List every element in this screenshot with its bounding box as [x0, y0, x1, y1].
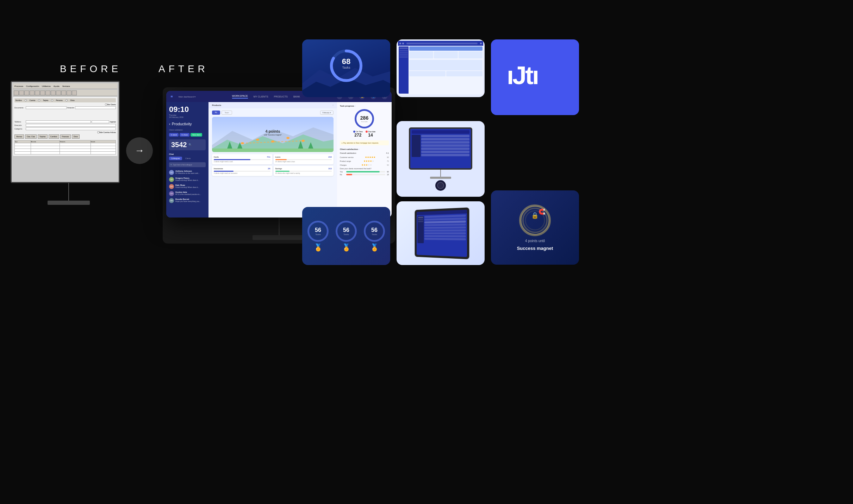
toolbar-btn-2[interactable]	[19, 90, 24, 95]
tab-clients[interactable]: Clients	[183, 157, 193, 160]
products-header: Products ↑	[208, 102, 337, 108]
card-monitor	[397, 121, 485, 197]
current-time: 09:10	[169, 106, 189, 113]
toolbar-btn-8[interactable]	[51, 90, 56, 95]
dashboard-screen: ≋ Main dashboard ▾ WORKSPACE MY CLIENTS …	[166, 91, 392, 218]
user-msg-3: Good morning! When does it...	[175, 186, 199, 188]
chat-user-4[interactable]: GH Gordon HaleHi! It is the standard pra…	[169, 191, 206, 196]
right-panel: Task progress ↑ 286 Your tasks On Time 2…	[337, 102, 392, 218]
overall-row: Overall satisfaction 4.1	[340, 152, 389, 154]
sat-num-1: 98	[387, 156, 389, 158]
chat-user-5[interactable]: RB Rosalie BarrettHope you have everythi…	[169, 198, 206, 203]
logo-text: ıJtı	[503, 59, 567, 96]
dashboard-content: 09:10 Thursday 14 February, 2019 ‹ Produ…	[166, 102, 392, 218]
stat-cards: Cards 7/11 3 clients might need a card	[212, 154, 272, 164]
stat-insurances: Insurances 2/6 4 clients might need an i…	[212, 166, 272, 176]
main-stand	[279, 218, 280, 235]
toolbar-btn-11[interactable]	[67, 90, 71, 95]
svg-text:Tasks: Tasks	[342, 66, 350, 69]
monitor-base	[48, 201, 90, 205]
prod-arrow-icon: ‹	[169, 122, 170, 126]
menu-ayuda[interactable]: Ayuda	[54, 85, 60, 87]
stat-loans: Loans 2/10 14 clients might need a loan	[274, 154, 334, 164]
sat-num-3: 54	[387, 164, 389, 166]
toolbar-btn-7[interactable]	[45, 90, 50, 95]
menu-procesos[interactable]: Procesos	[14, 85, 23, 87]
task-header: Task progress ↑	[340, 105, 389, 107]
menu-config[interactable]: Configuración	[26, 85, 39, 87]
products-map: 4 points until "Success magnet"	[212, 117, 334, 152]
chat-label: Chat	[169, 153, 206, 155]
chat-search[interactable]: 🔍 Type here to find colleague	[169, 162, 206, 167]
chat-user-1[interactable]: AJ Anthony JohnsonHi! Welcome to the tea…	[169, 170, 206, 175]
sat-row-1: Customer service ★★★★★ 98	[340, 156, 389, 159]
month-selector[interactable]: February ▾	[320, 111, 334, 115]
nav-main-dashboard: Main dashboard ▾	[179, 95, 195, 98]
due-date-num: 14	[366, 133, 375, 138]
stat-ins-text: 4 clients might need an insurance	[214, 172, 270, 174]
stat-savings: Savings 3/13 19 clients who might need a…	[274, 166, 334, 176]
chat-user-3[interactable]: DS Dale ShawGood morning! When does it..…	[169, 184, 206, 189]
svg-text:ıJtı: ıJtı	[507, 61, 538, 89]
toolbar-btn-6[interactable]	[40, 90, 45, 95]
toolbar-btn-9[interactable]	[56, 90, 61, 95]
nav-logo: ≋	[170, 95, 173, 98]
stat-sav-title: Savings	[275, 168, 282, 170]
nav-workspace[interactable]: WORKSPACE	[232, 95, 248, 99]
stats-grid: Cards 7/11 3 clients might need a card L…	[208, 152, 337, 178]
nav-products[interactable]: PRODUCTS	[274, 95, 288, 98]
btn-in-stock[interactable]: In stock	[169, 133, 179, 137]
svg-point-21	[523, 208, 547, 232]
stat-loans-title: Loans	[275, 156, 281, 158]
task-stats: On Time 272 Due date 14	[340, 131, 389, 138]
old-monitor: Procesos Configuración Utiliterios Ayuda…	[11, 81, 127, 205]
svg-text:🔒: 🔒	[531, 212, 539, 219]
nav-my-clients[interactable]: MY CLIENTS	[254, 95, 268, 98]
avatar-gregory: GP	[169, 177, 174, 182]
svg-text:68: 68	[342, 57, 350, 66]
nav-bank[interactable]: BANK	[293, 95, 300, 98]
overall-label: Overall satisfaction	[340, 152, 356, 154]
tab-team[interactable]: Team	[222, 111, 232, 115]
toolbar-btn-5[interactable]	[35, 90, 40, 95]
toolbar-btn-3[interactable]	[24, 90, 29, 95]
svg-rect-3	[212, 149, 334, 152]
toolbar-btn-4[interactable]	[30, 90, 35, 95]
on-time-num: 272	[353, 133, 363, 138]
toolbar-btn-12[interactable]	[72, 90, 77, 95]
svg-point-22	[525, 210, 545, 230]
tab-my[interactable]: My	[212, 111, 220, 115]
left-sidebar: 09:10 Thursday 14 February, 2019 ‹ Produ…	[166, 102, 208, 218]
stat-loans-bar	[275, 159, 287, 160]
dot-due-date	[366, 131, 368, 133]
stat-ins-bar	[214, 171, 234, 172]
task-sub: Your tasks	[361, 121, 368, 122]
sat-label-3: Charges	[340, 164, 347, 166]
menu-ventana[interactable]: Ventana	[62, 85, 70, 87]
task-num: 286	[360, 115, 368, 121]
btn-new-client[interactable]: New client	[191, 133, 202, 137]
toolbar-btn-10[interactable]	[61, 90, 66, 95]
sat-stars-2: ★★★★★	[363, 160, 374, 163]
success-points: 4 points until	[525, 239, 545, 243]
card-blue-dashboard	[397, 39, 485, 97]
chat-user-2[interactable]: GP Gregory PetersGood morning! When does…	[169, 177, 206, 182]
avatar-dale: DS	[169, 184, 174, 189]
stat-sav-num: 3/13	[328, 168, 332, 170]
sat-label-2: Product range	[340, 160, 351, 162]
search-placeholder: 🔍 Type here to find colleague	[170, 164, 192, 166]
user-msg-5: Hope you have everything you...	[175, 200, 201, 202]
products-tabs: My Team February ▾	[212, 111, 334, 115]
arrow-icon: →	[135, 145, 144, 156]
stat-cards-text: 3 clients might need a card	[214, 161, 270, 163]
btn-in-share[interactable]: In share	[180, 133, 189, 137]
arrow-button[interactable]: →	[126, 137, 153, 164]
tab-colleagues[interactable]: Colleagues	[169, 157, 182, 160]
avatar-gordon: GH	[169, 191, 174, 196]
card-tablet	[397, 201, 485, 265]
menu-util[interactable]: Utiliterios	[42, 85, 51, 87]
toolbar-btn-1[interactable]	[14, 90, 19, 95]
task-circle: 286 Your tasks	[355, 109, 374, 128]
stat-cards-bar	[214, 159, 250, 160]
after-label: AFTER	[158, 63, 208, 75]
